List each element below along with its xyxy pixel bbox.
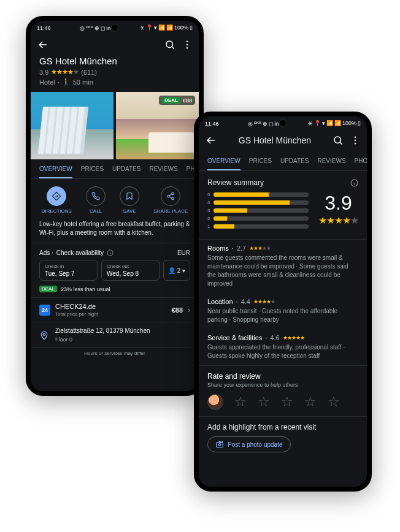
- phone-reviews: 11:46 ◎ᴰᴷᴮ⊕◻in ⚹📍▾📶📶100%▯ GS Hotel Münch…: [194, 112, 372, 492]
- walk-time: 50 min: [73, 78, 93, 86]
- availability-header: Ads · Check availability EUR: [31, 243, 199, 260]
- highlight-title: Add a highlight from a recent visit: [207, 423, 358, 431]
- checkin-value: Tue, Sep 7: [45, 270, 92, 277]
- checkin-label: Check in: [45, 264, 92, 269]
- category-location[interactable]: Location · 4.4 ★★★★★ Near public transit…: [199, 293, 367, 329]
- svg-point-11: [355, 140, 356, 141]
- offer-price: €88: [172, 306, 183, 314]
- share-label: SHARE PLACE: [153, 208, 188, 214]
- rate-star-5[interactable]: ☆: [328, 394, 340, 410]
- checkin-field[interactable]: Check in Tue, Sep 7: [39, 260, 98, 281]
- call-button[interactable]: CALL: [86, 186, 106, 214]
- svg-point-5: [167, 195, 170, 197]
- tab-overview-2[interactable]: OVERVIEW: [207, 158, 240, 170]
- page-title: GS Hotel München: [223, 135, 326, 145]
- check-availability-label: Check availability: [56, 249, 104, 256]
- rooms-score: 2.7: [237, 245, 246, 252]
- svg-point-9: [334, 137, 341, 143]
- tab-updates[interactable]: UPDATES: [112, 165, 141, 178]
- walk-icon: 🚶: [62, 78, 71, 86]
- service-label: Service & facilities: [207, 334, 262, 341]
- service-stars-icon: ★★★★★: [283, 335, 304, 341]
- provider-name: CHECK24.de: [55, 303, 167, 310]
- guests-field[interactable]: 👤 2 ▾: [163, 260, 190, 281]
- rate-star-2[interactable]: ☆: [258, 394, 270, 410]
- address-row[interactable]: Zielstattstraße 12, 81379 München Floor …: [31, 322, 199, 348]
- tab-overview[interactable]: OVERVIEW: [39, 165, 72, 178]
- bookmark-icon: [125, 192, 134, 200]
- bar-5: [213, 192, 269, 197]
- photo-room[interactable]: DEAL €88: [116, 92, 199, 159]
- tabs: OVERVIEW PRICES UPDATES REVIEWS PHOTOS: [31, 159, 199, 179]
- tab-reviews-2[interactable]: REVIEWS: [317, 158, 345, 170]
- hotel-header: GS Hotel München 3.9 ★★★★★ (611) Hotel ·…: [31, 56, 199, 86]
- photo-exterior[interactable]: [31, 92, 113, 159]
- tab-prices-2[interactable]: PRICES: [249, 158, 272, 170]
- floor-text: Floor 0: [55, 336, 190, 343]
- price-value: €88: [183, 97, 192, 104]
- tab-updates-2[interactable]: UPDATES: [280, 158, 309, 170]
- directions-button[interactable]: DIRECTIONS: [42, 186, 72, 214]
- status-right-icons: ⚹📍▾📶📶100%▯: [139, 25, 193, 31]
- rate-review-section: Rate and review Share your experience to…: [199, 366, 367, 416]
- person-icon: 👤: [168, 267, 175, 274]
- more-icon-2[interactable]: [350, 135, 361, 146]
- search-icon[interactable]: [164, 39, 175, 50]
- rate-review-sub: Share your experience to help others: [207, 382, 358, 388]
- more-icon[interactable]: [182, 39, 193, 50]
- rate-star-1[interactable]: ☆: [234, 394, 247, 410]
- highlight-section: Add a highlight from a recent visit Post…: [199, 417, 367, 465]
- checkout-field[interactable]: Check out Wed, Sep 8: [101, 260, 160, 281]
- checkout-label: Check out: [107, 264, 154, 269]
- hotel-name: GS Hotel München: [39, 56, 190, 66]
- hotel-rating: 3.9: [39, 69, 48, 76]
- phone-overview: 11:46 ◎ᴰᴷᴮ⊕◻in ⚹📍▾📶📶100%▯ GS Hotel Münch…: [26, 16, 204, 396]
- deal-text: 23% less than usual: [61, 286, 110, 292]
- rate-star-4[interactable]: ☆: [304, 394, 317, 410]
- user-avatar[interactable]: [207, 394, 223, 410]
- currency-label[interactable]: EUR: [177, 249, 190, 256]
- category-rooms[interactable]: Rooms · 2.7 ★★★★★ Some guests commented …: [199, 240, 367, 293]
- app-bar: [31, 34, 199, 56]
- bar-1: [213, 224, 234, 229]
- clock-2: 11:46: [205, 121, 219, 127]
- provider-logo: 24: [39, 305, 50, 316]
- info-icon[interactable]: [107, 249, 113, 256]
- save-button[interactable]: SAVE: [120, 186, 139, 214]
- tab-prices[interactable]: PRICES: [81, 165, 104, 178]
- overall-rating: 3.9 ★★★★★: [318, 192, 358, 232]
- back-icon[interactable]: [37, 39, 49, 51]
- rating-stars-icon: ★★★★★: [51, 68, 79, 76]
- svg-point-12: [355, 143, 356, 144]
- location-label: Location: [207, 298, 233, 305]
- tab-photos-2[interactable]: PHOTOS: [355, 158, 372, 170]
- rooms-text: Some guests commented the rooms were sma…: [207, 254, 358, 288]
- review-summary-header: Review summary: [199, 171, 367, 192]
- app-bar-2: GS Hotel München: [199, 129, 367, 151]
- bar-2: [213, 216, 227, 221]
- svg-rect-14: [217, 443, 223, 447]
- overall-stars-icon: ★★★★★: [318, 215, 358, 226]
- guests-value: 2: [177, 267, 181, 274]
- search-icon-2[interactable]: [333, 135, 344, 146]
- status-right-icons-2: ⚹📍▾📶📶100%▯: [307, 120, 361, 127]
- status-icons-2: ◎ᴰᴷᴮ⊕◻in: [247, 121, 279, 127]
- svg-point-0: [166, 41, 173, 48]
- share-button[interactable]: SHARE PLACE: [153, 186, 188, 214]
- svg-point-4: [172, 192, 174, 195]
- tab-reviews[interactable]: REVIEWS: [149, 165, 177, 178]
- back-icon-2[interactable]: [205, 134, 217, 146]
- photo-carousel[interactable]: DEAL €88: [31, 92, 199, 159]
- location-text: Near public transit · Guests noted the a…: [207, 307, 358, 324]
- clock: 11:46: [37, 25, 51, 31]
- post-photo-button[interactable]: Post a photo update: [207, 436, 291, 452]
- rate-star-3[interactable]: ☆: [281, 394, 293, 410]
- service-score: 4.6: [270, 334, 279, 341]
- bar-4: [213, 200, 290, 205]
- save-label: SAVE: [123, 208, 136, 214]
- price-offer[interactable]: 24 CHECK24.de Total price per night €88 …: [31, 298, 199, 322]
- svg-point-1: [187, 41, 188, 42]
- directions-icon: [52, 191, 61, 201]
- info-icon-2[interactable]: [350, 178, 358, 187]
- category-service[interactable]: Service & facilities · 4.6 ★★★★★ Guests …: [199, 329, 367, 365]
